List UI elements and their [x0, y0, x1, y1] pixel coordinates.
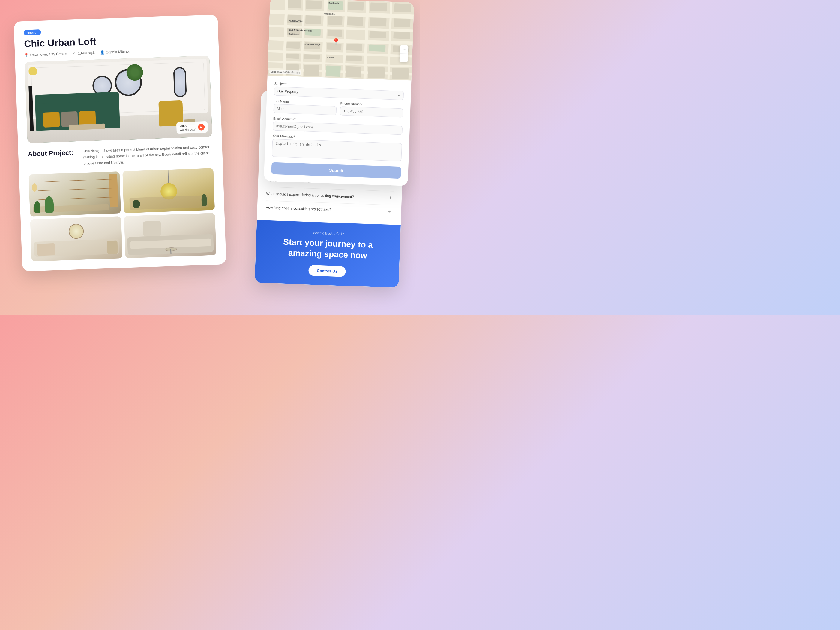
size-icon: ✓	[72, 51, 76, 55]
phone-input[interactable]	[340, 106, 403, 117]
mirror-rect-decoration	[173, 67, 186, 97]
faq-question-5: What should I expect during a consulting…	[266, 192, 354, 199]
gallery-grid	[28, 168, 216, 261]
gallery-item-3	[30, 216, 123, 261]
submit-button[interactable]: Submit	[271, 162, 401, 178]
size-meta: ✓ 1,600 sq.ft	[72, 51, 95, 56]
cta-subtitle: Want to Book a Call?	[268, 229, 388, 237]
video-text: VideoWalkthrough	[179, 123, 196, 132]
author-icon: 👤	[100, 51, 104, 55]
about-section: About Project: This design showcases a p…	[28, 144, 213, 169]
author-text: Sophia Mitchell	[106, 49, 131, 55]
about-text: This design showcases a perfect blend of…	[83, 144, 213, 166]
full-name-input[interactable]	[273, 104, 336, 115]
cta-title: Start your journey to aamazing space now	[268, 236, 388, 262]
category-badge: Interior	[24, 29, 41, 35]
full-name-group: Full Name	[273, 99, 336, 115]
contact-form: Subject* Buy Property Full Name Phone Nu…	[264, 76, 411, 186]
author-meta: 👤 Sophia Mitchell	[100, 49, 131, 55]
location-meta: 📍 Downtown, City Center	[24, 52, 67, 57]
project-title: Chic Urban Loft	[24, 32, 209, 49]
zoom-in-button[interactable]: +	[400, 45, 409, 54]
play-button[interactable]: ▶	[198, 123, 205, 131]
faq-question-6: How long does a consulting project take?	[265, 205, 331, 212]
gallery-item-2	[122, 168, 215, 213]
message-textarea[interactable]	[272, 139, 402, 161]
contact-us-button[interactable]: Contact Us	[308, 265, 346, 277]
map-zoom-controls[interactable]: + −	[399, 45, 409, 62]
name-phone-row: Full Name Phone Number	[273, 99, 403, 117]
map-section: AL SIN'AIYAH BAS Al Saudia Radiator Work…	[268, 0, 414, 81]
map-pin: 📍	[332, 38, 341, 46]
zoom-out-button[interactable]: −	[399, 54, 408, 62]
message-group: Your Message*	[272, 134, 402, 161]
phone-group: Phone Number	[340, 101, 403, 117]
project-card: Interior Chic Urban Loft 📍 Downtown, Cit…	[14, 14, 226, 271]
map-label: Bus Sawdin	[328, 2, 339, 4]
map-label: Al Balum	[327, 57, 335, 59]
location-icon: 📍	[24, 53, 28, 57]
subject-group: Subject* Buy Property	[274, 82, 404, 100]
gallery-item-1	[28, 171, 121, 216]
size-text: 1,600 sq.ft	[78, 51, 95, 55]
map-label: Workshop	[289, 33, 299, 35]
map-attribution: Map data ©2024 Google	[269, 69, 302, 75]
email-group: Email Address*	[273, 117, 403, 135]
contact-form-card: AL SIN'AIYAH BAS Al Saudia Radiator Work…	[264, 0, 414, 186]
location-text: Downtown, City Center	[30, 52, 67, 57]
main-project-image: VideoWalkthrough ▶	[25, 55, 212, 143]
faq-expand-icon-5: +	[387, 195, 393, 201]
gallery-item-4	[124, 213, 216, 258]
video-badge[interactable]: VideoWalkthrough ▶	[177, 121, 208, 134]
about-title: About Project:	[28, 148, 76, 169]
cushion-1	[43, 112, 60, 128]
cta-banner: Want to Book a Call? Start your journey …	[255, 220, 401, 288]
faq-expand-icon-6: +	[387, 208, 393, 215]
